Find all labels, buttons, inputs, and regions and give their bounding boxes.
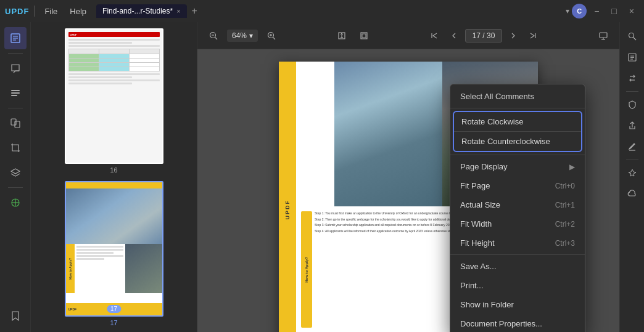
convert-icon <box>627 73 637 83</box>
sidebar-icon-forms[interactable] <box>4 82 27 104</box>
page-control: 17 / 30 <box>426 27 542 44</box>
titlebar-dropdown-icon[interactable]: ▾ <box>566 7 569 15</box>
svg-line-29 <box>633 38 636 41</box>
menu-print-label: Print... <box>460 281 484 290</box>
menu-rotate-counterclockwise[interactable]: Rotate Counterclockwise <box>454 132 581 151</box>
svg-rect-6 <box>11 95 17 96</box>
avatar: C <box>572 4 587 18</box>
thumbnail-item-17[interactable]: How to Apply? UPDF <box>65 181 163 326</box>
zoom-in-button[interactable] <box>263 27 280 44</box>
right-divider-1 <box>626 91 638 92</box>
menu-file[interactable]: File <box>39 6 62 17</box>
first-page-icon <box>431 32 438 39</box>
zoom-value: 64% <box>232 31 247 40</box>
menu-actual-size[interactable]: Actual Size Ctrl+1 <box>450 195 585 214</box>
first-page-button[interactable] <box>426 27 443 44</box>
thumbnail-panel[interactable]: UPDF <box>31 22 197 332</box>
stamp-icon <box>10 197 21 208</box>
cloud-icon <box>627 189 637 199</box>
form-icon <box>10 87 21 99</box>
thumbnail-frame-17: How to Apply? UPDF <box>65 181 163 317</box>
thumbnail-item-16[interactable]: UPDF <box>65 28 163 174</box>
titlebar: UPDF File Help Find-and-...r-Studies* × … <box>0 0 644 22</box>
menu-rotate-clockwise[interactable]: Rotate Clockwise <box>454 112 581 131</box>
minimize-button[interactable]: − <box>589 5 604 17</box>
right-sign-button[interactable] <box>623 137 642 156</box>
menu-fit-page[interactable]: Fit Page Ctrl+0 <box>450 176 585 195</box>
sidebar-icon-edit[interactable] <box>4 27 27 49</box>
thumbnail-frame-16: UPDF <box>65 28 163 164</box>
next-page-button[interactable] <box>505 27 522 44</box>
svg-rect-25 <box>600 33 607 38</box>
tab-close-button[interactable]: × <box>176 7 180 15</box>
right-convert-button[interactable] <box>623 69 642 87</box>
menu-select-all-comments-label: Select All Comments <box>460 92 534 101</box>
presentation-button[interactable] <box>595 27 612 44</box>
zoom-out-icon <box>209 31 218 40</box>
sidebar-icon-pages[interactable] <box>4 112 27 134</box>
menu-select-all-comments[interactable]: Select All Comments <box>450 87 585 106</box>
ocr-icon <box>627 52 637 62</box>
sidebar-icon-stamp[interactable] <box>4 192 27 214</box>
share-icon <box>627 121 637 131</box>
page-current: 17 <box>473 31 481 40</box>
menu-rotate-clockwise-label: Rotate Clockwise <box>461 117 523 126</box>
right-search-button[interactable] <box>623 27 642 46</box>
next-page-icon <box>510 32 517 39</box>
menu-print[interactable]: Print... <box>450 276 585 295</box>
menu-page-display-arrow: ▶ <box>569 163 575 171</box>
sign-icon <box>627 142 637 152</box>
menu-fit-height-label: Fit Height <box>460 238 495 248</box>
menu-document-properties[interactable]: Document Properties... <box>450 314 585 332</box>
menu-page-display[interactable]: Page Display ▶ <box>450 157 585 176</box>
ai-icon <box>627 168 637 178</box>
content-area: 64% ▾ <box>197 22 619 332</box>
active-page-badge: 17 <box>107 305 121 313</box>
menu-document-properties-label: Document Properties... <box>460 319 542 328</box>
right-cloud-button[interactable] <box>623 185 642 203</box>
menu-save-as[interactable]: Save As... <box>450 257 585 276</box>
menu-separator-3 <box>450 254 585 255</box>
page-num-16: 16 <box>110 166 117 174</box>
page-total: 30 <box>487 31 495 40</box>
zoom-in-icon <box>267 31 276 40</box>
right-ocr-button[interactable] <box>623 48 642 67</box>
tab-add-button[interactable]: + <box>188 6 201 17</box>
close-button[interactable]: × <box>624 5 639 17</box>
last-page-icon <box>529 32 537 39</box>
menu-fit-height[interactable]: Fit Height Ctrl+3 <box>450 233 585 253</box>
menu-fit-height-shortcut: Ctrl+3 <box>555 239 575 248</box>
maximize-button[interactable]: □ <box>606 5 621 17</box>
menu-show-in-folder[interactable]: Show in Folder <box>450 295 585 314</box>
fit-page-button[interactable] <box>355 27 373 44</box>
tab-active[interactable]: Find-and-...r-Studies* × <box>96 4 186 18</box>
sidebar-icon-bookmark[interactable] <box>4 305 27 327</box>
sidebar-icon-crop[interactable] <box>4 137 27 159</box>
fit-height-button[interactable] <box>333 27 350 44</box>
zoom-display[interactable]: 64% ▾ <box>227 30 258 42</box>
menu-help[interactable]: Help <box>65 6 91 17</box>
right-protect-button[interactable] <box>623 95 642 114</box>
menu-fit-width-shortcut: Ctrl+2 <box>555 220 575 229</box>
prev-page-button[interactable] <box>445 27 463 44</box>
main-layout: UPDF <box>0 22 644 332</box>
sidebar-divider-1 <box>8 53 23 54</box>
menu-show-in-folder-label: Show in Folder <box>460 300 514 309</box>
menu-separator-2 <box>450 155 585 155</box>
layers-icon <box>10 167 21 178</box>
zoom-out-button[interactable] <box>205 27 222 44</box>
svg-rect-22 <box>362 34 366 38</box>
svg-rect-4 <box>11 90 20 91</box>
titlebar-controls: ▾ C − □ × <box>566 4 639 18</box>
sidebar-icon-layers[interactable] <box>4 161 27 184</box>
page-input[interactable]: 17 / 30 <box>465 29 502 43</box>
menu-fit-width-label: Fit Width <box>460 219 492 229</box>
edit-icon <box>10 33 21 44</box>
sidebar-icon-comment[interactable] <box>4 57 27 79</box>
last-page-button[interactable] <box>524 27 542 44</box>
protect-icon <box>627 100 637 110</box>
pdf-yellow-bar: UPDF <box>279 62 296 332</box>
right-share-button[interactable] <box>623 116 642 135</box>
right-ai-button[interactable] <box>623 164 642 182</box>
menu-fit-width[interactable]: Fit Width Ctrl+2 <box>450 214 585 233</box>
